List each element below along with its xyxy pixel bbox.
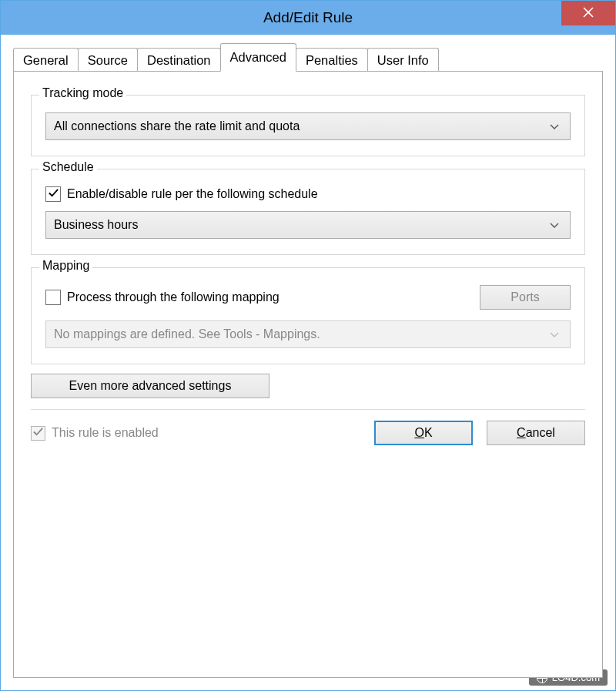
group-tracking-mode: Tracking mode All connections share the … [31, 95, 585, 156]
dialog-window: Add/Edit Rule General Source Destination… [0, 0, 616, 691]
chevron-down-icon [547, 119, 562, 133]
tab-source[interactable]: Source [78, 48, 138, 72]
tab-user-info[interactable]: User Info [367, 48, 439, 72]
tab-general[interactable]: General [13, 48, 79, 72]
advanced-button-row: Even more advanced settings [31, 374, 585, 398]
checkmark-icon [32, 426, 44, 441]
group-tracking-legend: Tracking mode [39, 86, 126, 100]
window-title: Add/Edit Rule [1, 9, 615, 26]
titlebar: Add/Edit Rule [1, 1, 615, 35]
schedule-value: Business hours [54, 218, 547, 232]
tracking-mode-value: All connections share the rate limit and… [54, 119, 547, 133]
ports-button[interactable]: Ports [480, 285, 571, 310]
cancel-button[interactable]: Cancel [487, 421, 585, 445]
rule-enabled-label: This rule is enabled [52, 426, 159, 440]
schedule-dropdown[interactable]: Business hours [45, 211, 571, 239]
close-button[interactable] [561, 1, 615, 25]
ok-button[interactable]: OK [374, 421, 473, 445]
rule-enabled-checkbox [31, 426, 45, 441]
close-icon [583, 7, 594, 20]
tab-destination[interactable]: Destination [137, 48, 221, 72]
mapping-value: No mappings are defined. See Tools - Map… [54, 327, 547, 341]
schedule-enable-checkbox[interactable] [45, 186, 61, 202]
group-schedule-legend: Schedule [39, 160, 97, 174]
schedule-check-row: Enable/disable rule per the following sc… [45, 186, 571, 202]
tracking-mode-dropdown[interactable]: All connections share the rate limit and… [45, 112, 571, 140]
tab-advanced[interactable]: Advanced [220, 43, 296, 72]
tab-page-advanced: Tracking mode All connections share the … [13, 71, 603, 678]
checkmark-icon [48, 187, 59, 202]
chevron-down-icon [547, 218, 562, 232]
group-schedule: Schedule Enable/disable rule per the fol… [31, 169, 585, 255]
footer-right: OK Cancel [374, 421, 585, 445]
group-mapping-legend: Mapping [39, 259, 92, 273]
group-mapping: Mapping Process through the following ma… [31, 267, 585, 364]
even-more-advanced-button[interactable]: Even more advanced settings [31, 374, 270, 398]
schedule-checkbox-label: Enable/disable rule per the following sc… [67, 187, 318, 201]
mapping-process-checkbox[interactable] [45, 290, 61, 305]
dialog-footer: This rule is enabled OK Cancel [31, 409, 585, 445]
mapping-check-row: Process through the following mapping [45, 290, 470, 305]
tabstrip: General Source Destination Advanced Pena… [13, 44, 603, 72]
cancel-mnemonic: C [517, 426, 526, 439]
chevron-down-icon [547, 327, 562, 341]
ok-mnemonic: O [414, 426, 424, 439]
footer-left: This rule is enabled [31, 426, 159, 441]
mapping-dropdown: No mappings are defined. See Tools - Map… [45, 320, 571, 348]
tab-penalties[interactable]: Penalties [296, 48, 368, 72]
client-area: General Source Destination Advanced Pena… [1, 35, 615, 690]
mapping-checkbox-label: Process through the following mapping [67, 290, 280, 304]
